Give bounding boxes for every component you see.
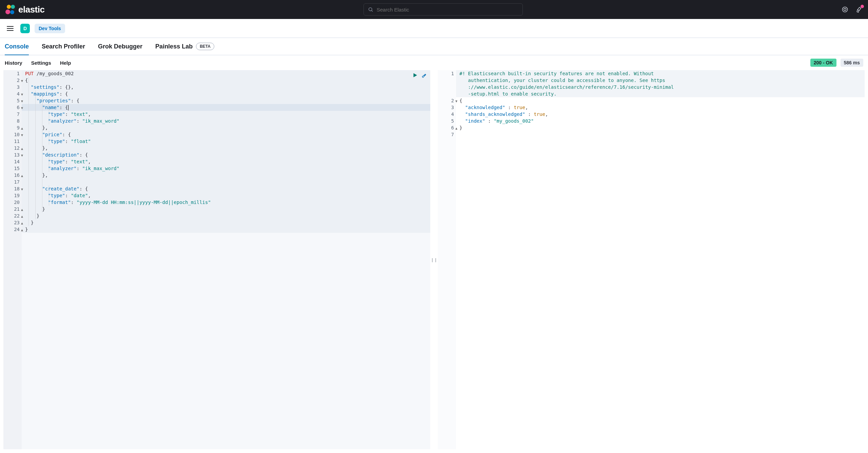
space-avatar-letter: D [23, 26, 27, 31]
space-avatar[interactable]: D [20, 24, 30, 33]
response-gutter: 1234567 [438, 70, 456, 449]
tab-painless-lab[interactable]: Painless Lab BETA [155, 38, 214, 55]
svg-point-2 [843, 7, 848, 12]
tab-console[interactable]: Console [5, 38, 29, 55]
top-icons [842, 6, 863, 13]
settings-button[interactable]: Settings [31, 60, 51, 66]
svg-line-1 [372, 11, 373, 12]
request-pane[interactable]: 123456789101112131415161718192021222324 … [3, 70, 430, 449]
brand-name: elastic [18, 4, 44, 15]
search-icon [368, 7, 373, 12]
pane-splitter[interactable]: ❘❘ [432, 70, 436, 449]
tab-grok-debugger[interactable]: Grok Debugger [98, 38, 142, 55]
latency-badge: 586 ms [841, 59, 863, 67]
newsfeed-icon[interactable] [856, 6, 863, 13]
help-ring-icon[interactable] [842, 6, 848, 13]
search-input[interactable] [377, 7, 518, 13]
beta-badge: BETA [196, 43, 214, 50]
logo-mark-icon [5, 5, 15, 14]
history-button[interactable]: History [5, 60, 22, 66]
console-toolbar: History Settings Help 200 - OK 586 ms [0, 55, 868, 70]
help-button[interactable]: Help [60, 60, 71, 66]
brand-logo[interactable]: elastic [5, 4, 44, 15]
svg-point-0 [369, 8, 372, 11]
search-wrap [48, 3, 837, 16]
notification-dot [861, 5, 864, 8]
request-gutter: 123456789101112131415161718192021222324 [3, 70, 22, 449]
breadcrumb[interactable]: Dev Tools [35, 24, 65, 33]
request-code[interactable]: PUT /my_goods_002 { "settings": {}, "map… [25, 70, 430, 449]
nav-toggle-button[interactable] [5, 23, 16, 34]
workspace: 123456789101112131415161718192021222324 … [0, 70, 868, 453]
response-pane[interactable]: ✕ 1234567 #! Elasticsearch built-in secu… [438, 70, 865, 449]
tab-bar: Console Search Profiler Grok Debugger Pa… [0, 38, 868, 55]
response-code[interactable]: #! Elasticsearch built-in security featu… [459, 70, 865, 449]
secondary-bar: D Dev Tools [0, 19, 868, 38]
svg-point-3 [844, 8, 846, 11]
tab-search-profiler[interactable]: Search Profiler [42, 38, 85, 55]
top-bar: elastic [0, 0, 868, 19]
status-badge: 200 - OK [810, 59, 836, 67]
global-search[interactable] [363, 3, 523, 16]
